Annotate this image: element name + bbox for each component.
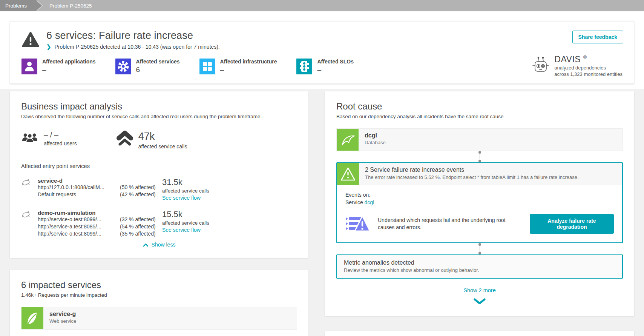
- entry-pct: (35 % affected): [120, 230, 156, 237]
- entry-calls-value: 15.5k: [162, 210, 297, 219]
- see-service-flow-link[interactable]: See service flow: [162, 227, 201, 233]
- entry-calls-value: 31.5k: [162, 177, 297, 187]
- metric-card-title: Metric anomalies detected: [344, 259, 615, 266]
- entry-path: http://127.0.0.1:8088/callM...: [38, 184, 120, 191]
- analyze-failure-rate-button[interactable]: Analyze failure rate degradation: [530, 214, 614, 234]
- root-cause-subtitle: Based on our dependency analysis all inc…: [336, 114, 623, 119]
- affected-calls-value: 47k: [138, 131, 187, 142]
- breadcrumb-problem-id-label: Problem P-250625: [49, 3, 92, 9]
- entry-path: Default requests: [38, 191, 120, 198]
- entry-calls-label: affected service calls: [162, 188, 297, 194]
- metric-card-description: Review the metrics which show abnormal o…: [344, 267, 615, 273]
- share-feedback-button[interactable]: Share feedback: [572, 31, 624, 43]
- service-name: service-g: [49, 311, 76, 318]
- affected-calls-stat: 47k affected service calls: [117, 131, 187, 150]
- show-less-label: Show less: [152, 242, 176, 248]
- affected-calls-label: affected service calls: [138, 143, 187, 150]
- entry-point-service-d: service-d http://127.0.0.1:8088/callM...…: [21, 177, 297, 201]
- entry-points-title: Affected entry point services: [21, 163, 297, 169]
- business-impact-card: Business impact analysis Davis observed …: [10, 91, 308, 258]
- events-on-service: Service dcgl: [345, 199, 614, 206]
- chevron-up-icon: [143, 243, 149, 247]
- cta-text: Understand which requests fail and the u…: [378, 217, 522, 231]
- entry-pct: (42 % affected): [120, 191, 156, 198]
- stat-label: Affected SLOs: [317, 59, 353, 65]
- mysql-dolphin-icon: [337, 129, 359, 151]
- impacted-services-title: 6 impacted services: [21, 280, 297, 290]
- entry-name[interactable]: service-d: [38, 177, 162, 184]
- see-service-flow-link[interactable]: See service flow: [162, 195, 201, 201]
- stat-label: Affected infrastructure: [220, 59, 277, 65]
- event-description: The error rate increased to 5.52 %. Endp…: [365, 174, 579, 180]
- stat-value: –: [317, 66, 353, 74]
- metric-anomalies-card[interactable]: Metric anomalies detected Review the met…: [336, 254, 623, 279]
- stat-value: –: [220, 66, 277, 74]
- stat-affected-slos[interactable]: Affected SLOs –: [296, 59, 353, 74]
- infrastructure-icon: [199, 59, 215, 74]
- stat-value: –: [42, 66, 96, 74]
- davis-block: DAVIS ® analyzed dependencies across 1,3…: [532, 54, 623, 77]
- event-warning-icon: [337, 163, 359, 185]
- service-animal-icon: [21, 177, 38, 201]
- business-impact-title: Business impact analysis: [21, 101, 297, 112]
- root-cause-card: Root cause Based on our dependency analy…: [325, 91, 634, 316]
- problem-header-card: Share feedback 6 services: Failure rate …: [10, 21, 634, 84]
- show-less[interactable]: Show less: [21, 241, 297, 248]
- user-icon: [21, 59, 37, 74]
- warning-triangle-icon: [21, 31, 40, 49]
- show-more-label: Show 2 more: [463, 287, 495, 293]
- davis-name: DAVIS ®: [554, 54, 623, 65]
- header-band: Share feedback 6 services: Failure rate …: [0, 11, 644, 89]
- stat-label: Affected services: [136, 59, 180, 65]
- failed-requests-icon: [345, 213, 370, 235]
- stat-affected-services[interactable]: Affected services 6: [115, 59, 180, 74]
- events-on-label: Events on:: [345, 191, 614, 199]
- root-entity-type: Database: [365, 140, 386, 145]
- entry-path: http://service-o.test:8099/...: [38, 216, 120, 223]
- entry-pct: (50 % affected): [120, 184, 156, 191]
- chevron-down-icon[interactable]: [336, 298, 623, 306]
- root-cause-title: Root cause: [336, 101, 623, 112]
- page-title: 6 services: Failure rate increase: [46, 30, 220, 42]
- service-type: Web service: [49, 318, 76, 324]
- stat-affected-infrastructure[interactable]: Affected infrastructure –: [199, 59, 277, 74]
- breadcrumb: Problems Problem P-250625: [0, 0, 644, 11]
- show-more[interactable]: Show 2 more: [336, 287, 623, 306]
- breadcrumb-problems-label: Problems: [5, 3, 27, 9]
- breadcrumb-problems[interactable]: Problems: [0, 0, 37, 11]
- problem-timeframe: Problem P-250625 detected at 10:36 - 10:…: [55, 44, 220, 50]
- breadcrumb-problem-id[interactable]: Problem P-250625: [37, 0, 99, 11]
- event-title: 2 Service failure rate increase events: [365, 166, 579, 173]
- entry-path: http://service-o.test:8099/...: [38, 230, 120, 237]
- stat-value: 6: [136, 66, 180, 74]
- spring-leaf-icon: [21, 307, 43, 329]
- impacted-services-subtitle: 1.46k+ Requests per minute impacted: [21, 292, 297, 298]
- double-chevron-up-icon: [117, 131, 133, 148]
- affected-users-value: – / –: [44, 131, 77, 139]
- stat-label: Affected applications: [42, 59, 96, 65]
- dcgl-service-link[interactable]: dcgl: [365, 199, 374, 205]
- users-group-icon: [21, 131, 38, 146]
- service-animal-icon: [21, 210, 38, 237]
- entry-pct: (54 % affected): [120, 223, 156, 230]
- traffic-light-icon: [296, 59, 312, 74]
- davis-line1: analyzed dependencies: [554, 65, 623, 71]
- entry-point-demo-rum-simulation: demo-rum-simulation http://service-o.tes…: [21, 210, 297, 237]
- expand-chevron-icon[interactable]: ❯: [46, 43, 51, 50]
- davis-line2: across 1,323 monitored entities: [554, 71, 623, 77]
- affected-users-label: affected users: [44, 140, 77, 146]
- root-entity-name: dcgl: [365, 132, 386, 139]
- entry-pct: (32 % affected): [120, 216, 156, 223]
- visual-resolution-path-card[interactable]: Visual resolution path Click to see how …: [325, 331, 634, 336]
- dependency-connector: [336, 243, 623, 254]
- dcgl-database-tile[interactable]: dcgl Database: [336, 128, 623, 151]
- entry-name[interactable]: demo-rum-simulation: [38, 210, 162, 216]
- stat-affected-applications[interactable]: Affected applications –: [21, 59, 96, 74]
- dependency-connector: [336, 151, 623, 162]
- business-impact-subtitle: Davis observed the following number of s…: [21, 114, 297, 119]
- impacted-services-card: 6 impacted services 1.46k+ Requests per …: [10, 270, 308, 336]
- service-g-tile[interactable]: service-g Web service: [21, 307, 297, 330]
- entry-calls-label: affected service calls: [162, 220, 297, 226]
- affected-users-stat: – / – affected users: [21, 131, 77, 150]
- failure-rate-event-card[interactable]: 2 Service failure rate increase events T…: [336, 162, 623, 243]
